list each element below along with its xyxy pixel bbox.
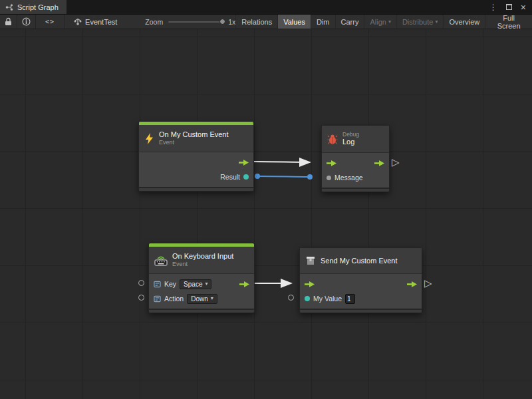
send-event-icon <box>305 255 316 266</box>
node-debug-log[interactable]: Debug Log Message <box>321 125 390 192</box>
node-subtitle: Event <box>159 139 229 146</box>
tab-title: Script Graph <box>17 3 59 11</box>
graph-asset-icon <box>74 18 82 26</box>
unconnected-port-ring[interactable] <box>138 280 144 286</box>
window-titlebar: Script Graph ⋮ × <box>0 0 532 15</box>
info-icon <box>22 17 31 26</box>
key-dropdown[interactable]: Space ▾ <box>180 279 211 289</box>
fullscreen-button[interactable]: Full Screen <box>485 15 532 29</box>
flow-output-port[interactable] <box>374 160 384 166</box>
connection-wires <box>0 29 532 399</box>
node-footer <box>322 188 389 192</box>
my-value-input-port[interactable] <box>305 296 310 301</box>
toolbar-buttons: Relations Values Dim Carry Align ▾ Distr… <box>235 15 532 29</box>
lock-button[interactable] <box>0 15 17 29</box>
node-footer <box>139 187 253 191</box>
align-label: Align <box>370 18 386 26</box>
zoom-value: 1x <box>228 18 235 26</box>
bug-icon <box>327 134 338 145</box>
caret-down-icon: ▾ <box>435 19 438 25</box>
node-send-my-custom-event[interactable]: Send My Custom Event My Value <box>299 247 422 313</box>
node-category: Debug <box>342 131 359 138</box>
lock-icon <box>5 17 12 26</box>
zoom-control: Zoom 1x <box>145 15 235 29</box>
window-menu-icon[interactable]: ⋮ <box>489 3 497 11</box>
flow-output-port[interactable] <box>407 281 417 287</box>
node-header: Send My Custom Event <box>300 248 422 273</box>
code-preview-button[interactable]: <> <box>36 15 65 29</box>
message-input-port[interactable] <box>327 176 331 180</box>
value-wire-result-to-message[interactable] <box>257 176 310 177</box>
node-title: Send My Custom Event <box>321 257 398 265</box>
window-controls: ⋮ × <box>489 0 532 14</box>
field-icon <box>154 281 161 288</box>
window-close-icon[interactable]: × <box>521 3 526 12</box>
node-header: On Keyboard Input Event <box>149 247 254 273</box>
node-header: Debug Log <box>322 126 389 152</box>
node-body: Key Space ▾ Action <box>149 273 254 309</box>
unity-script-graph-window: Script Graph ⋮ × <> <box>0 0 532 399</box>
flow-triangle-icon[interactable]: ▷ <box>424 278 432 288</box>
overview-button[interactable]: Overview <box>443 15 485 29</box>
script-graph-icon <box>5 3 13 11</box>
lightning-icon <box>144 133 154 144</box>
node-title: On Keyboard Input <box>172 252 233 261</box>
align-button[interactable]: Align ▾ <box>364 15 396 29</box>
tab-script-graph[interactable]: Script Graph <box>0 0 66 14</box>
code-icon: <> <box>45 18 55 25</box>
unconnected-port-ring[interactable] <box>138 295 144 301</box>
node-body: Result <box>139 152 253 187</box>
values-button[interactable]: Values <box>277 15 311 29</box>
flow-triangle-icon[interactable]: ▷ <box>392 157 400 167</box>
graph-canvas[interactable]: On My Custom Event Event Result <box>0 29 532 399</box>
key-dropdown-value: Space <box>184 281 202 288</box>
node-title: Log <box>342 138 359 147</box>
my-value-input[interactable] <box>345 294 355 304</box>
value-wire-endpoint <box>307 174 313 180</box>
graph-name: EventTest <box>85 18 117 26</box>
value-wire-endpoint <box>255 174 260 179</box>
node-body: Message <box>322 152 389 188</box>
inspect-button[interactable] <box>17 15 36 29</box>
distribute-button[interactable]: Distribute ▾ <box>396 15 443 29</box>
zoom-slider[interactable] <box>168 21 223 23</box>
node-on-my-custom-event[interactable]: On My Custom Event Event Result <box>138 121 254 192</box>
field-icon <box>154 295 161 303</box>
zoom-label: Zoom <box>145 18 163 26</box>
node-subtitle: Event <box>172 261 233 268</box>
zoom-slider-handle[interactable] <box>219 19 225 25</box>
keyboard-icon <box>154 255 168 266</box>
window-maximize-icon[interactable] <box>506 4 512 10</box>
carry-button[interactable]: Carry <box>335 15 364 29</box>
port-label: Action <box>164 295 184 303</box>
result-output-port[interactable] <box>243 174 249 180</box>
flow-output-port[interactable] <box>239 160 249 166</box>
caret-down-icon: ▾ <box>205 281 207 287</box>
action-dropdown-value: Down <box>191 295 208 303</box>
dim-button[interactable]: Dim <box>311 15 335 29</box>
node-on-keyboard-input[interactable]: On Keyboard Input Event Key Space ▾ <box>148 243 255 313</box>
node-body: My Value <box>300 273 422 309</box>
flow-input-port[interactable] <box>305 281 315 287</box>
node-header: On My Custom Event Event <box>139 125 253 152</box>
caret-down-icon: ▾ <box>388 19 391 25</box>
port-label: Message <box>334 174 363 182</box>
relations-button[interactable]: Relations <box>235 15 277 29</box>
port-label: Result <box>220 173 240 181</box>
node-footer <box>149 309 254 313</box>
graph-toolbar: <> EventTest Zoom 1x Relations Values Di… <box>0 15 532 29</box>
flow-output-port[interactable] <box>239 281 249 287</box>
flow-input-port[interactable] <box>327 160 336 166</box>
caret-down-icon: ▾ <box>211 296 213 301</box>
port-label: Key <box>164 280 176 288</box>
port-label: My Value <box>313 295 342 303</box>
node-footer <box>300 309 422 313</box>
distribute-label: Distribute <box>402 18 433 26</box>
graph-reference[interactable]: EventTest <box>74 15 117 29</box>
node-title: On My Custom Event <box>159 130 229 140</box>
flow-wire-event-to-log[interactable] <box>254 162 310 162</box>
action-dropdown[interactable]: Down ▾ <box>187 294 217 304</box>
unconnected-port-ring[interactable] <box>288 295 294 301</box>
